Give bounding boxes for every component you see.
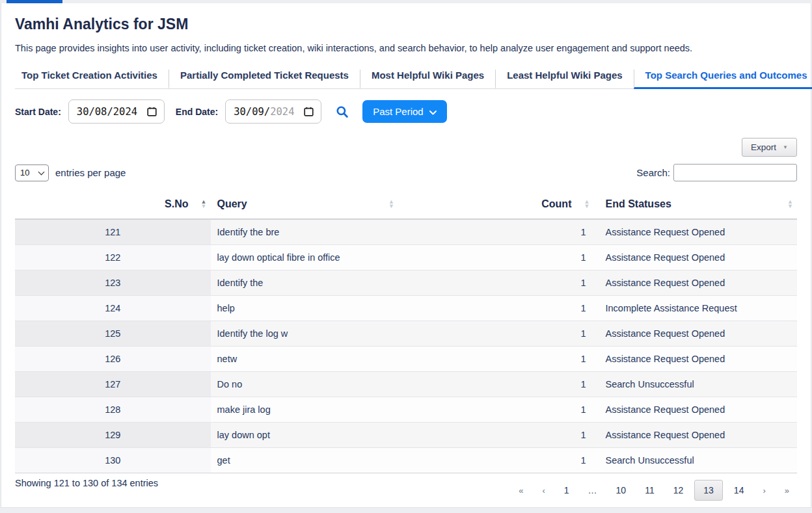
column-label: End Statuses [605, 198, 671, 209]
cell-sno: 121 [15, 219, 211, 245]
caret-down-icon: ▼ [783, 144, 788, 150]
results-table: S.No▲▼Query▲▼Count▲▼End Statuses▲▼ 121Id… [15, 190, 797, 473]
table-row: 124help1Incomplete Assistance Request [15, 296, 797, 321]
page-last[interactable]: » [777, 482, 797, 499]
table-row: 123Identify the1Assistance Request Opene… [15, 270, 797, 296]
start-date-label: Start Date: [15, 107, 61, 117]
cell-status: Search Unsuccessful [593, 448, 797, 473]
pagination: «‹1…1011121314›» [511, 480, 797, 501]
page-12[interactable]: 12 [666, 482, 692, 499]
cell-query: Identify the bre [211, 219, 398, 245]
cell-sno: 127 [15, 372, 211, 397]
page-ellipsis: … [580, 482, 605, 499]
cell-count: 1 [398, 397, 594, 423]
page-10[interactable]: 10 [608, 482, 634, 499]
cell-count: 1 [398, 372, 594, 397]
start-date-value: 30/08/2024 [77, 106, 137, 118]
calendar-icon[interactable] [304, 107, 314, 116]
table-footer: Showing 121 to 130 of 134 entries «‹1…10… [15, 473, 797, 501]
column-header-end-statuses[interactable]: End Statuses▲▼ [593, 190, 797, 219]
cell-query: get [211, 448, 398, 473]
column-header-query[interactable]: Query▲▼ [211, 190, 398, 219]
cell-sno: 125 [15, 321, 211, 347]
table-body: 121Identify the bre1Assistance Request O… [15, 219, 797, 473]
cell-query: Identify the [211, 270, 398, 296]
cell-sno: 124 [15, 296, 211, 321]
cell-query: help [211, 296, 398, 321]
tab-partially-completed-ticket-requests[interactable]: Partially Completed Ticket Requests [169, 70, 360, 89]
export-button[interactable]: Export ▼ [742, 138, 797, 157]
cell-sno: 129 [15, 423, 211, 448]
tab-top-ticket-creation-activities[interactable]: Top Ticket Creation Activities [15, 70, 169, 89]
table-row: 122lay down optical fibre in office1Assi… [15, 245, 797, 270]
end-date-input[interactable]: 30/09/2024 [225, 99, 321, 124]
entries-select-wrap: 10 [15, 164, 49, 181]
cell-count: 1 [398, 448, 594, 473]
end-date-label: End Date: [176, 107, 218, 117]
start-date-input[interactable]: 30/08/2024 [68, 99, 165, 124]
sort-icon: ▲▼ [388, 200, 394, 209]
cell-sno: 126 [15, 347, 211, 372]
cell-status: Assistance Request Opened [593, 321, 797, 347]
table-row: 130get1Search Unsuccessful [15, 448, 797, 473]
table-row: 127Do no1Search Unsuccessful [15, 372, 797, 397]
table-search-input[interactable] [673, 164, 797, 181]
page-next[interactable]: › [755, 482, 773, 499]
cell-count: 1 [398, 423, 594, 448]
tab-top-search-queries-and-outcomes[interactable]: Top Search Queries and Outcomes [634, 70, 812, 89]
cell-count: 1 [398, 321, 594, 347]
table-row: 126netw1Assistance Request Opened [15, 347, 797, 372]
tabs: Top Ticket Creation ActivitiesPartially … [15, 70, 797, 89]
page-description: This page provides insights into user ac… [15, 43, 797, 53]
page-first[interactable]: « [511, 482, 531, 499]
cell-status: Incomplete Assistance Request [593, 296, 797, 321]
table-row: 125Identify the log w1Assistance Request… [15, 321, 797, 347]
tab-most-helpful-wiki-pages[interactable]: Most Helpful Wiki Pages [360, 70, 495, 89]
cell-query: lay down optical fibre in office [211, 245, 398, 270]
date-filter-bar: Start Date: 30/08/2024 End Date: 30/09/2… [15, 99, 797, 124]
cell-sno: 130 [15, 448, 211, 473]
sort-icon: ▲▼ [787, 200, 793, 209]
cell-query: lay down opt [211, 423, 398, 448]
column-label: Query [217, 198, 247, 209]
cell-sno: 122 [15, 245, 211, 270]
list-controls: 10 entries per page Search: [15, 164, 797, 181]
page-title: Vamhi Analytics for JSM [15, 16, 797, 33]
cell-status: Search Unsuccessful [593, 372, 797, 397]
cell-query: make jira log [211, 397, 398, 423]
cell-status: Assistance Request Opened [593, 219, 797, 245]
cell-count: 1 [398, 245, 594, 270]
table-row: 129lay down opt1Assistance Request Opene… [15, 423, 797, 448]
page-13[interactable]: 13 [694, 480, 723, 501]
search-icon[interactable] [336, 105, 349, 118]
entries-per-page-select[interactable]: 10 [15, 164, 49, 181]
table-search-label: Search: [636, 167, 670, 178]
entries-per-page-label: entries per page [55, 167, 126, 178]
cell-status: Assistance Request Opened [593, 347, 797, 372]
cell-query: netw [211, 347, 398, 372]
page-14[interactable]: 14 [726, 482, 752, 499]
cell-sno: 128 [15, 397, 211, 423]
calendar-icon[interactable] [147, 107, 157, 116]
column-header-s-no[interactable]: S.No▲▼ [15, 190, 211, 219]
table-header-row: S.No▲▼Query▲▼Count▲▼End Statuses▲▼ [15, 190, 797, 219]
chevron-down-icon [429, 106, 437, 117]
export-row: Export ▼ [15, 138, 797, 157]
cell-sno: 123 [15, 270, 211, 296]
tab-least-helpful-wiki-pages[interactable]: Least Helpful Wiki Pages [495, 70, 633, 89]
column-label: Count [541, 198, 571, 209]
content-card: Vamhi Analytics for JSM This page provid… [1, 3, 811, 508]
cell-count: 1 [398, 219, 594, 245]
column-header-count[interactable]: Count▲▼ [398, 190, 594, 219]
cell-query: Identify the log w [211, 321, 398, 347]
cell-query: Do no [211, 372, 398, 397]
column-label: S.No [165, 198, 188, 209]
page-prev[interactable]: ‹ [534, 482, 552, 499]
page-1[interactable]: 1 [556, 482, 577, 499]
cell-count: 1 [398, 270, 594, 296]
cell-status: Assistance Request Opened [593, 397, 797, 423]
cell-count: 1 [398, 296, 594, 321]
past-period-button[interactable]: Past Period [362, 100, 447, 123]
page-11[interactable]: 11 [637, 482, 662, 499]
table-row: 128make jira log1Assistance Request Open… [15, 397, 797, 423]
